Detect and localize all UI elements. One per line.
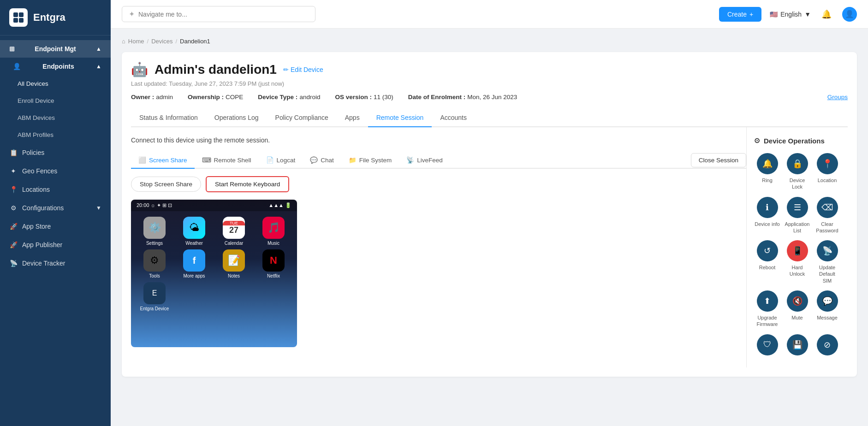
op-ring[interactable]: 🔔 Ring [754, 153, 780, 190]
op-reboot[interactable]: ↺ Reboot [754, 240, 780, 284]
tab-status[interactable]: Status & Information [131, 109, 206, 127]
op-block[interactable]: ⊘ [814, 334, 840, 358]
ring-button[interactable]: 🔔 [757, 153, 778, 174]
clear-password-button[interactable]: ⌫ [817, 197, 838, 218]
search-wrap[interactable]: ✦ [122, 6, 315, 22]
sidebar-item-all-devices[interactable]: All Devices [0, 75, 111, 92]
app-settings: ⚙️ Settings [137, 217, 172, 246]
plus-icon: + [749, 11, 753, 18]
tab-apps[interactable]: Apps [337, 109, 368, 127]
edit-device-link[interactable]: ✏ Edit Device [283, 66, 323, 73]
sidebar-item-app-store[interactable]: 🚀 App Store [0, 217, 111, 236]
device-meta: Owner : admin Ownership : COPE Device Ty… [131, 94, 848, 101]
statusbar-icons: ▲▲▲ 🔋 [268, 202, 291, 208]
sidebar-item-policies[interactable]: 📋 Policies [0, 143, 111, 162]
application-list-button[interactable]: ☰ [787, 197, 808, 218]
remote-tab-chat[interactable]: 💬 Chat [303, 152, 341, 169]
meta-device-type: Device Type : android [258, 94, 320, 101]
block-button[interactable]: ⊘ [817, 334, 838, 355]
mute-button[interactable]: 🔇 [787, 290, 808, 312]
screen-share-buttons: Stop Screen Share Start Remote Keyboard [131, 176, 746, 192]
meta-ownership: Ownership : COPE [188, 94, 243, 101]
geo-icon: ✦ [9, 167, 18, 175]
sidebar-item-app-publisher[interactable]: 🚀 App Publisher [0, 236, 111, 254]
device-ops-title: ⊙ Device Operations [754, 136, 840, 145]
op-device-info[interactable]: ℹ Device info [754, 197, 780, 234]
op-message[interactable]: 💬 Message [814, 290, 840, 328]
sidebar-item-endpoints[interactable]: 👤 Endpoints ▲ [0, 58, 111, 75]
message-button[interactable]: 💬 [817, 290, 838, 312]
breadcrumb-devices[interactable]: Devices [151, 38, 172, 45]
op-save[interactable]: 💾 [784, 334, 810, 358]
op-update-sim[interactable]: 📡 Update Default SIM [814, 240, 840, 284]
sidebar-item-device-tracker[interactable]: 📡 Device Tracker [0, 254, 111, 272]
save-button[interactable]: 💾 [787, 334, 808, 355]
groups-link[interactable]: Groups [827, 94, 848, 101]
sidebar-item-abm-profiles[interactable]: ABM Profiles [0, 126, 111, 143]
update-sim-button[interactable]: 📡 [817, 240, 838, 261]
op-application-list[interactable]: ☰ Application List [784, 197, 810, 234]
phone-screen-preview: 20:00 ☼ ✦ ⊞ ⊡ ▲▲▲ 🔋 ⚙️ Settings 🌤 Weathe… [131, 200, 297, 347]
notifications-button[interactable]: 🔔 [819, 7, 834, 22]
tab-accounts[interactable]: Accounts [432, 109, 475, 127]
policies-label: Policies [22, 149, 44, 156]
op-device-lock[interactable]: 🔒 Device Lock [784, 153, 810, 190]
sidebar-item-enroll-device[interactable]: Enroll Device [0, 92, 111, 109]
endpoint-mgt-label: Endpoint Mgt [35, 45, 76, 53]
device-info-button[interactable]: ℹ [757, 197, 778, 218]
remote-tab-file-system[interactable]: 📁 File System [341, 152, 399, 169]
enroll-device-label: Enroll Device [18, 97, 54, 104]
op-location[interactable]: 📍 Location [814, 153, 840, 190]
breadcrumb: ⌂ Home / Devices / Dandelion1 [122, 38, 857, 45]
start-remote-keyboard-button[interactable]: Start Remote Keyboard [206, 176, 289, 192]
device-operations-panel: ⊙ Device Operations 🔔 Ring 🔒 Device Lock [746, 127, 848, 367]
svg-rect-2 [13, 18, 18, 23]
sidebar-item-endpoint-mgt[interactable]: ⊞ Endpoint Mgt ▲ [0, 40, 111, 58]
phone-apps-grid: ⚙️ Settings 🌤 Weather TUE 27 [131, 211, 297, 317]
close-session-button[interactable]: Close Session [691, 153, 746, 167]
chevron-down-config-icon: ▼ [96, 205, 101, 211]
app-calendar: TUE 27 Calendar [216, 217, 252, 246]
sidebar-item-abm-devices[interactable]: ABM Devices [0, 109, 111, 126]
location-button[interactable]: 📍 [817, 153, 838, 174]
op-upgrade-firmware[interactable]: ⬆ Upgrade Firmware [754, 290, 780, 328]
sidebar-item-configurations[interactable]: ⚙ Configurations ▼ [0, 199, 111, 217]
remote-tab-livefeed[interactable]: 📡 LiveFeed [399, 152, 450, 169]
chevron-up-icon-endpoints: ▲ [96, 63, 101, 70]
tab-operations-log[interactable]: Operations Log [206, 109, 267, 127]
app-entgra: E Entgra Device [137, 282, 172, 311]
op-shield[interactable]: 🛡 [754, 334, 780, 358]
stop-screen-share-button[interactable]: Stop Screen Share [131, 177, 201, 192]
locations-icon: 📍 [9, 185, 18, 194]
language-selector[interactable]: 🇺🇸 English ▼ [770, 11, 811, 18]
language-label: English [780, 11, 802, 18]
tab-policy-compliance[interactable]: Policy Compliance [267, 109, 337, 127]
create-button[interactable]: Create + [719, 7, 761, 22]
remote-tab-logcat[interactable]: 📄 Logcat [259, 152, 303, 169]
abm-profiles-label: ABM Profiles [18, 131, 54, 138]
sidebar-item-geo-fences[interactable]: ✦ Geo Fences [0, 162, 111, 180]
op-clear-password[interactable]: ⌫ Clear Password [814, 197, 840, 234]
chevron-up-icon: ▲ [96, 46, 101, 52]
sidebar: Entgra ⊞ Endpoint Mgt ▲ 👤 Endpoints ▲ Al… [0, 0, 111, 426]
search-input[interactable] [138, 11, 309, 18]
shield-button[interactable]: 🛡 [757, 334, 778, 355]
op-mute[interactable]: 🔇 Mute [784, 290, 810, 328]
sidebar-item-locations[interactable]: 📍 Locations [0, 180, 111, 199]
breadcrumb-home[interactable]: Home [128, 38, 144, 45]
hard-unlock-button[interactable]: 📱 [787, 240, 808, 261]
content-area: ⌂ Home / Devices / Dandelion1 🤖 Admin's … [111, 29, 868, 426]
op-hard-unlock[interactable]: 📱 Hard Unlock [784, 240, 810, 284]
chat-icon: 💬 [310, 156, 318, 164]
app-tools: ⚙ Tools [137, 249, 172, 278]
avatar[interactable]: 👤 [842, 7, 857, 22]
remote-tab-remote-shell[interactable]: ⌨ Remote Shell [195, 152, 259, 169]
phone-statusbar: 20:00 ☼ ✦ ⊞ ⊡ ▲▲▲ 🔋 [131, 200, 297, 211]
remote-tab-screen-share[interactable]: ⬜ Screen Share [131, 152, 195, 169]
tab-remote-session[interactable]: Remote Session [368, 109, 432, 127]
reboot-button[interactable]: ↺ [757, 240, 778, 261]
breadcrumb-sep2: / [175, 38, 177, 45]
policies-icon: 📋 [9, 148, 18, 157]
device-lock-button[interactable]: 🔒 [787, 153, 808, 174]
upgrade-firmware-button[interactable]: ⬆ [757, 290, 778, 312]
